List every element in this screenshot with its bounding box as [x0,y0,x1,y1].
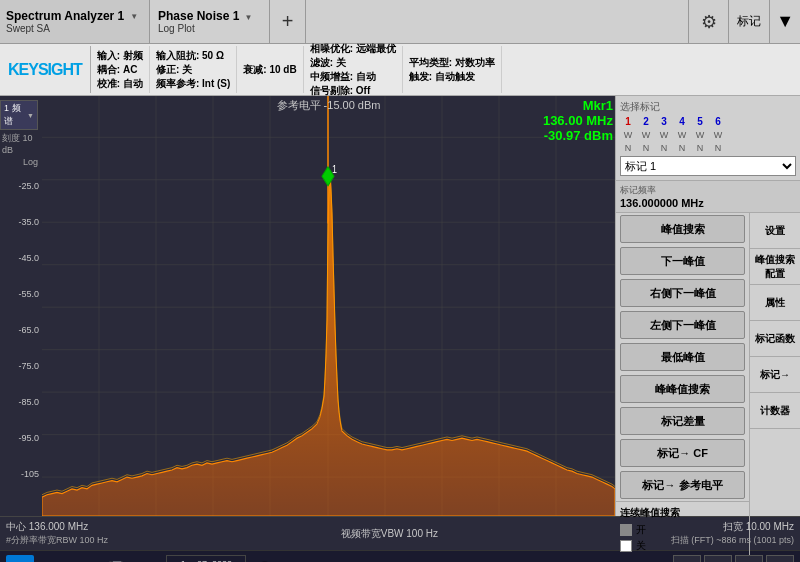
save-button[interactable]: 💾 [102,555,130,563]
input-params-group: 输入: 射频 耦合: AC 校准: 自动 [91,46,150,93]
marker-num-1[interactable]: 1 [620,116,636,127]
y-scale-label: 刻度 10 dB [0,131,40,156]
app-title: Spectrum Analyzer 1 [6,9,124,23]
sweep-value: 扫描 (FFT) ~886 ms (1001 pts) [671,534,794,547]
span-value: 扫宽 10.00 MHz [723,520,794,534]
next-peak-button[interactable]: 下一峰值 [620,247,745,275]
y-axis: 1 频谱 ▼ 刻度 10 dB Log -25.0 -35.0 -45.0 -5… [0,96,42,516]
keysight-logo: KEYSIGHT [0,46,91,93]
marker-states2-row: N N N N N N [620,143,796,153]
atten-params-group: 衰减: 10 dB [237,46,303,93]
marker-name-dropdown[interactable]: 标记 1 [620,156,796,176]
impedance-params-group: 输入阻抗: 50 Ω 修正: 关 频率参考: Int (S) [150,46,237,93]
left-next-peak-button[interactable]: 左侧下一峰值 [620,311,745,339]
marker-buttons-column: 峰值搜索 下一峰值 右侧下一峰值 左侧下一峰值 最低峰值 峰峰值搜索 标记差量 … [616,213,750,559]
redo-button[interactable]: ↪ [70,555,98,563]
vbw-value: 视频带宽VBW 100 Hz [341,527,438,541]
date-display: Jan 07, 2022 [180,559,232,563]
cs-off-checkbox[interactable] [620,540,632,552]
datetime-display[interactable]: Jan 07, 2022 11:57:20 PM [166,555,246,563]
marker-fn-button[interactable]: 标记函数 [750,321,800,357]
marker-freq-value: 136.000000 MHz [620,197,796,209]
marker-num-2[interactable]: 2 [638,116,654,127]
svg-text:1: 1 [332,163,337,175]
avg-params-group: 平均类型: 对数功率 触发: 自动触发 [403,46,502,93]
settings-button[interactable]: ⚙ [688,0,728,43]
y-tick-95: -95.0 [18,420,42,456]
grid-button[interactable]: ⊞ [735,555,763,563]
right-panel: 选择标记 1 2 3 4 5 6 W W W W W W N N N N [615,96,800,516]
windows-start-button[interactable]: ⊞ [6,555,34,563]
app-title-dropdown-arrow: ▼ [130,12,138,21]
help-button[interactable]: ? [134,555,162,563]
marker-select-section: 选择标记 1 2 3 4 5 6 W W W W W W N N N N [616,96,800,181]
vbw-item: 视频带宽VBW 100 Hz [128,527,651,541]
counter-button[interactable]: 计数器 [750,393,800,429]
marker-num-4[interactable]: 4 [674,116,690,127]
phase-opt-params-group: 相噪优化: 远端最优 滤波: 关 中频增益: 自动 信号剔除: Off [304,46,403,93]
settings-side-button[interactable]: 设置 [750,213,800,249]
spectrum-plot[interactable]: 参考电平 -15.00 dBm Mkr1 136.00 MHz -30.97 d… [42,96,615,516]
marker-to-cf-button[interactable]: 标记→ CF [620,439,745,467]
marker-readout: Mkr1 136.00 MHz -30.97 dBm [543,98,613,143]
min-peak-button[interactable]: 最低峰值 [620,343,745,371]
peak-search-config-button[interactable]: 峰值搜索 配置 [750,249,800,285]
bottom-params-bar: 中心 136.000 MHz #分辨率带宽RBW 100 Hz 视频带宽VBW … [0,516,800,550]
marker-num-6[interactable]: 6 [710,116,726,127]
properties-button[interactable]: 属性 [750,285,800,321]
marker-states-row: W W W W W W [620,130,796,140]
peak-peak-search-button[interactable]: 峰峰值搜索 [620,375,745,403]
marker-num-5[interactable]: 5 [692,116,708,127]
right-toolbar-buttons: ⛶ ⊹ ⊞ ⤢ [673,555,794,563]
marker-label: 标记 [728,0,769,43]
expand-button[interactable]: ⤢ [766,555,794,563]
phase-noise-title: Phase Noise 1 [158,9,239,23]
phase-noise-block[interactable]: Phase Noise 1 ▼ Log Plot [150,0,270,43]
alert-button[interactable]: △ [282,555,310,563]
app-title-block[interactable]: Spectrum Analyzer 1 ▼ Swept SA [0,0,150,43]
y-tick-25: -25.0 [18,168,42,204]
marker-freq-label: 标记频率 [620,184,796,197]
rbw-value: #分辨率带宽RBW 100 Hz [6,534,108,547]
marker-numbers-row: 1 2 3 4 5 6 [620,116,796,127]
cs-off-label[interactable]: 关 [636,539,646,553]
log-label: Log [21,156,40,168]
y-tick-35: -35.0 [18,204,42,240]
chat-button[interactable]: 💬 [250,555,278,563]
fullscreen-button[interactable]: ⛶ [673,555,701,563]
peak-search-button[interactable]: 峰值搜索 [620,215,745,243]
center-freq-item: 中心 136.000 MHz #分辨率带宽RBW 100 Hz [6,520,108,547]
phase-noise-dropdown-arrow: ▼ [244,13,252,22]
span-sweep-item: 扫宽 10.00 MHz 扫描 (FFT) ~886 ms (1001 pts) [671,520,794,547]
center-freq-value: 中心 136.000 MHz [6,520,88,534]
side-buttons-column: 设置 峰值搜索 配置 属性 标记函数 标记→ 计数器 [750,213,800,559]
marker-dropdown-button[interactable]: ▼ [769,0,800,43]
right-next-peak-button[interactable]: 右侧下一峰值 [620,279,745,307]
y-tick-45: -45.0 [18,240,42,276]
freq-band-selector[interactable]: 1 频谱 ▼ [0,98,40,131]
marker-to-ref-button[interactable]: 标记→ 参考电平 [620,471,745,499]
marker-to-button[interactable]: 标记→ [750,357,800,393]
y-tick-65: -65.0 [18,312,42,348]
ref-level-label: 参考电平 -15.00 dBm [277,98,381,113]
phase-noise-sub: Log Plot [158,23,261,34]
marker-freq-display: 标记频率 136.000000 MHz [616,181,800,213]
add-view-button[interactable]: + [270,0,306,43]
marker-diff-button[interactable]: 标记差量 [620,407,745,435]
y-tick-105: -105 [21,456,42,492]
y-tick-75: -75.0 [18,348,42,384]
marker-select-label: 选择标记 [620,100,796,114]
undo-button[interactable]: ↩ [38,555,66,563]
cursor-button[interactable]: ⊹ [704,555,732,563]
cs-title: 连续峰值搜索 [620,506,745,520]
y-tick-55: -55.0 [18,276,42,312]
app-subtitle: Swept SA [6,23,143,34]
marker-num-3[interactable]: 3 [656,116,672,127]
y-tick-85: -85.0 [18,384,42,420]
